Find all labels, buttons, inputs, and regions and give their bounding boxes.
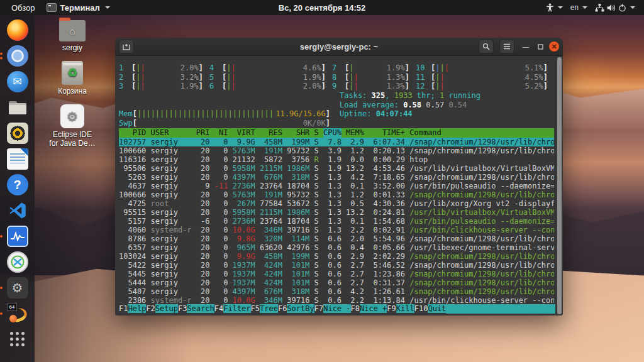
process-row-6357[interactable]: 6357sergiy200965M6362042976S0.60.40:05.6… [119,243,554,252]
dock-item-vm-64[interactable]: 64 [6,302,30,325]
function-key-bar[interactable]: F1HelpF2SetupF3SearchF4FilterF5TreeF6Sor… [119,304,555,314]
volume-icon [607,4,616,12]
dock-item-help[interactable]: ? [6,173,30,196]
accessibility-icon [546,3,554,12]
running-indicator [0,312,3,315]
cpu-meter-3: 3[||1.9%] [119,82,209,91]
process-row-2386[interactable]: 2386systemd-r20010.0G346M39716S0.62.21:1… [119,296,554,305]
app-menu-label: Терминал [60,3,100,13]
search-icon [482,43,490,50]
htop-screen[interactable]: 1[||2.0%]4[||4.6%]7[|1.9%]10[|||5.1%]2[|… [115,56,563,315]
chevron-down-icon [582,6,587,9]
rhythmbox-icon [7,123,28,144]
process-row-8786[interactable]: 8786sergiy2009.8G320M114MS0.62.05:54.96/… [119,234,554,243]
fkey-F2[interactable]: F2Setup [146,304,178,314]
fkey-F7[interactable]: F7Nice - [314,304,351,314]
top-bar: Обзор Терминал Вс, 20 сентября 14:52 en [0,0,644,15]
dock-item-libreoffice-writer[interactable] [6,148,30,170]
tasks-summary: Tasks: 325, 1933 thr; 1 running [340,91,480,101]
menu-button[interactable] [499,40,514,53]
new-tab-icon [123,43,130,50]
dock-item-chromium[interactable] [6,45,30,67]
chevron-down-icon [105,6,110,9]
running-indicator [0,287,3,289]
process-row-116316[interactable]: 116316sergiy2002113258723756R1.90.00:00.… [119,155,554,164]
process-table: 102757sergiy2009.9G458M199MS7.82.96:07.3… [119,138,554,305]
process-row-4060[interactable]: 4060systemd-r20010.0G346M39716S1.32.20:0… [119,226,554,234]
hamburger-icon [503,43,511,50]
cpu-meter-9: 9[||1.3%] [332,82,416,91]
new-tab-button[interactable] [119,40,134,53]
window-headerbar[interactable]: sergiy@sergiy-pc: ~ — ✕ [115,38,563,56]
terminal-scrollbar[interactable] [557,57,562,314]
writer-icon [7,148,28,170]
activities-button[interactable]: Обзор [11,3,35,13]
home-folder-icon: ⌂ [59,20,86,41]
accessibility-menu[interactable] [546,3,563,12]
uptime-line: Uptime: 04:07:44 [119,109,554,119]
running-indicator [0,235,3,238]
desktop-icon-label: Eclipse IDE for Java De… [49,130,95,148]
load-average: Load average: 0.58 0.57 0.54 [340,101,467,110]
eclipse-icon: ⚙ [60,104,84,128]
cpu-meter-11: 11[||4.5%] [416,73,554,82]
app-menu-button[interactable]: Терминал [47,3,110,13]
maximize-icon [538,44,543,50]
firefox-icon [7,19,28,41]
search-button[interactable] [479,40,494,53]
dock: ✉ ? ⚙ 64 [0,15,35,362]
cpu-meter-7: 7[|1.9%] [332,63,416,73]
fkey-F3[interactable]: F3Search [178,304,214,314]
minimize-button[interactable]: — [520,41,531,52]
fkey-F1[interactable]: F1Help [119,304,146,314]
fkey-F8[interactable]: F8Nice + [351,304,387,314]
close-button[interactable]: ✕ [549,41,559,52]
show-applications-button[interactable] [6,328,30,351]
cpu-meter-8: 8[||1.3%] [332,73,416,82]
system-menu[interactable] [595,4,635,12]
dock-item-files[interactable] [6,96,30,119]
process-row-103024[interactable]: 103024sergiy2009.9G458M199MS0.62.92:02.2… [119,252,554,261]
fkey-F4[interactable]: F4Filter [214,304,251,314]
dock-item-firefox[interactable] [6,19,30,41]
cpu-meter-10: 10[|||5.1%] [416,63,554,73]
process-row-100666[interactable]: 100666sergiy2005763M191M95732S1.31.20:01… [119,190,554,199]
x2go-icon [7,251,28,273]
fkey-F9[interactable]: F9Kill [387,304,414,314]
terminal-window: sergiy@sergiy-pc: ~ — ✕ 1[||2.0%]4[||4.6… [115,38,563,315]
fkey-F5[interactable]: F5Tree [251,304,278,314]
process-row-5422[interactable]: 5422sergiy2001937M424M101MS0.62.75:46.52… [119,261,554,270]
process-row-5157[interactable]: 5157sergiy-602736M2376418704S1.30.11:54.… [119,217,554,226]
dock-item-system-monitor[interactable] [6,225,30,248]
maximize-button[interactable] [535,41,546,52]
blank-line [119,119,554,128]
system-monitor-icon [7,226,28,247]
chevron-down-icon [558,6,563,9]
desktop-icon-home[interactable]: ⌂ sergiy [38,18,107,52]
files-icon [7,97,28,118]
cpu-meters: 1[||2.0%]4[||4.6%]7[|1.9%]10[|||5.1%]2[|… [119,63,554,91]
desktop-icon-label: Корзина [58,87,87,96]
process-row-5445[interactable]: 5445sergiy2001937M424M101MS0.62.71:23.86… [119,270,554,278]
dock-item-thunderbird[interactable]: ✉ [6,70,30,93]
process-row-4637[interactable]: 4637sergiy9-112736M2376418704S1.30.13:52… [119,182,554,190]
app-grid-icon [10,332,25,347]
dock-item-settings[interactable]: ⚙ [6,277,30,299]
process-row-95515[interactable]: 95515sergiy2005958M2115M1986MS1.313.20:2… [119,208,554,217]
process-row-5407[interactable]: 5407sergiy2004397M676M318MS0.64.21:26.61… [119,287,554,296]
process-row-95506[interactable]: 95506sergiy2005958M2115M1986MS1.913.24:5… [119,164,554,173]
dock-item-rhythmbox[interactable] [6,122,30,145]
chevron-down-icon [630,6,635,9]
process-row-4725[interactable]: 4725root200267M7758453672S1.30.54:30.36/… [119,199,554,208]
process-row-5263[interactable]: 5263sergiy2004397M676M318MS1.34.27:18.65… [119,173,554,182]
cpu-meter-1: 1[||2.0%] [119,63,209,73]
desktop-icon-eclipse[interactable]: ⚙ Eclipse IDE for Java De… [38,104,107,148]
desktop-icon-trash[interactable]: ♻ Корзина [38,61,107,96]
fkey-F10[interactable]: F10Quit [414,304,447,314]
fkey-F6[interactable]: F6SortBy [278,304,314,314]
process-row-5444[interactable]: 5444sergiy2001937M424M101MS0.62.70:31.37… [119,278,554,287]
dock-item-x2go[interactable] [6,251,30,273]
dock-item-vscode[interactable] [6,199,30,222]
language-menu[interactable]: en [570,3,587,12]
cpu-meter-6: 6[||2.0%] [209,82,332,91]
